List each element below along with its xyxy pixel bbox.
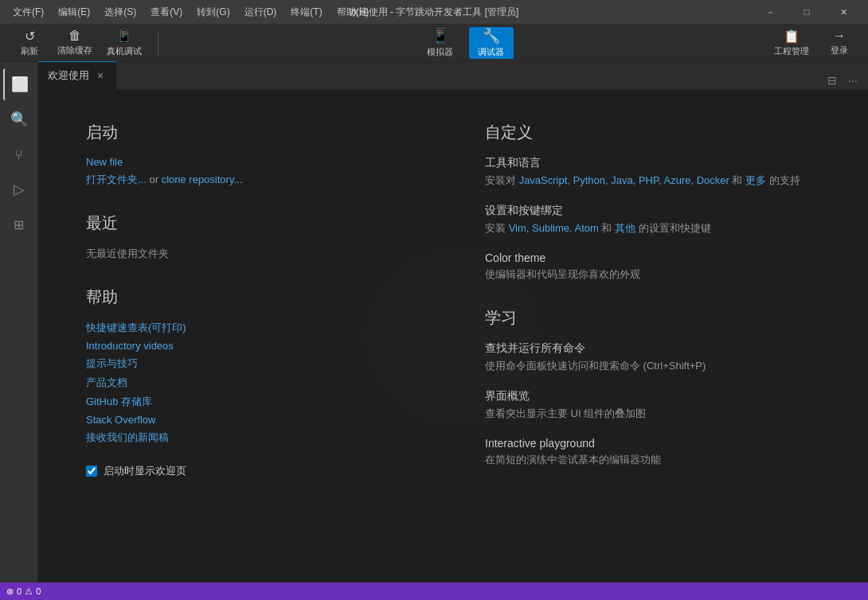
menu-view[interactable]: 查看(V) xyxy=(144,4,189,21)
color-theme-title: Color theme xyxy=(485,251,820,264)
recent-section: 最近 无最近使用文件夹 xyxy=(86,212,421,261)
menu-file[interactable]: 文件(F) xyxy=(6,4,50,21)
menu-goto[interactable]: 转到(G) xyxy=(190,4,236,21)
or-text: or xyxy=(149,173,161,185)
welcome-page: 启动 New file 打开文件夹... or clone repository… xyxy=(38,90,868,582)
warning-icon: ⚠ xyxy=(25,586,33,597)
learn-section: 学习 查找并运行所有命令 使用命令面板快速访问和搜索命令 (Ctrl+Shift… xyxy=(485,307,820,467)
right-column: 自定义 工具和语言 安装对 JavaScript, Python, Java, … xyxy=(485,122,820,483)
debugger-button[interactable]: 🔧 调试器 xyxy=(469,27,514,59)
stackoverflow-link[interactable]: Stack Overflow xyxy=(86,414,155,426)
trash-icon: 🗑 xyxy=(68,29,81,43)
device-debug-label: 真机调试 xyxy=(107,45,142,57)
extensions-icon: ⊞ xyxy=(14,217,24,232)
welcome-grid: 启动 New file 打开文件夹... or clone repository… xyxy=(86,122,820,483)
activity-bar: ⬜ 🔍 ⑂ ▷ ⊞ xyxy=(0,62,38,582)
other-keybindings-link[interactable]: 其他 xyxy=(615,222,635,234)
keybindings-title: 设置和按键绑定 xyxy=(485,204,820,218)
mobile-icon: 📱 xyxy=(116,29,132,44)
refresh-label: 刷新 xyxy=(21,45,38,57)
simulator-label: 模拟器 xyxy=(427,46,453,58)
files-icon: ⬜ xyxy=(11,76,29,93)
open-folder-link[interactable]: 打开文件夹... xyxy=(86,173,147,185)
menu-terminal[interactable]: 终端(T) xyxy=(284,4,328,21)
start-title: 启动 xyxy=(86,122,421,143)
welcome-tab-label: 欢迎使用 xyxy=(48,68,89,83)
interactive-playground-desc: 在简短的演练中尝试基本的编辑器功能 xyxy=(485,453,820,467)
git-icon: ⑂ xyxy=(14,146,23,163)
error-status[interactable]: ⊗ 0 ⚠ 0 xyxy=(6,586,41,597)
tips-link[interactable]: 提示与技巧 xyxy=(86,357,138,369)
keybindings-desc: 安装 Vim, Sublime, Atom 和 其他 的设置和快捷键 xyxy=(485,221,820,236)
help-link-shortcuts: 快捷键速查表(可打印) xyxy=(86,321,421,335)
find-commands-title: 查找并运行所有命令 xyxy=(485,341,820,356)
debugger-label: 调试器 xyxy=(478,46,504,58)
close-button[interactable]: ✕ xyxy=(825,0,862,24)
customize-section: 自定义 工具和语言 安装对 JavaScript, Python, Java, … xyxy=(485,122,820,282)
minimize-button[interactable]: － xyxy=(752,0,788,24)
help-link-github: GitHub 存储库 xyxy=(86,395,421,409)
welcome-tab[interactable]: 欢迎使用 × xyxy=(38,61,117,89)
shortcuts-link[interactable]: 快捷键速查表(可打印) xyxy=(86,321,186,333)
docs-link[interactable]: 产品文档 xyxy=(86,376,127,388)
vim-link[interactable]: Vim, Sublime, Atom xyxy=(509,222,599,234)
toolbar: ↺ 刷新 🗑 清除缓存 📱 真机调试 📱 模拟器 🔧 调试器 📋 工程管理 → … xyxy=(0,24,868,62)
activity-extensions[interactable]: ⊞ xyxy=(3,208,35,240)
no-recent-text: 无最近使用文件夹 xyxy=(86,247,169,259)
status-bar: ⊗ 0 ⚠ 0 xyxy=(0,582,868,600)
split-editor-button[interactable]: ⊟ xyxy=(823,72,841,89)
recent-title: 最近 xyxy=(86,212,421,234)
help-title: 帮助 xyxy=(86,286,421,308)
activity-files[interactable]: ⬜ xyxy=(3,68,35,100)
activity-search[interactable]: 🔍 xyxy=(3,103,35,135)
new-file-link[interactable]: New file xyxy=(86,156,123,168)
newsletter-link[interactable]: 接收我们的新闻稿 xyxy=(86,431,169,443)
error-count: 0 xyxy=(17,586,22,596)
menu-edit[interactable]: 编辑(E) xyxy=(52,4,96,21)
project-mgr-button[interactable]: 📋 工程管理 xyxy=(769,27,814,59)
toolbar-separator-1 xyxy=(158,31,158,55)
clone-repo-link[interactable]: clone repository... xyxy=(162,173,243,185)
login-button[interactable]: → 登录 xyxy=(817,27,862,59)
menu-select[interactable]: 选择(S) xyxy=(98,4,143,21)
device-debug-button[interactable]: 📱 真机调试 xyxy=(100,27,148,59)
open-folder-item: 打开文件夹... or clone repository... xyxy=(86,173,421,187)
clear-cache-label: 清除缓存 xyxy=(57,45,92,56)
show-welcome-checkbox[interactable] xyxy=(86,466,97,477)
debugger-icon: 🔧 xyxy=(483,27,500,45)
left-column: 启动 New file 打开文件夹... or clone repository… xyxy=(86,122,421,483)
window-controls: － □ ✕ xyxy=(752,0,862,24)
tab-bar: 欢迎使用 × ⊟ ··· xyxy=(38,62,868,90)
learn-title: 学习 xyxy=(485,307,820,329)
close-tab-button[interactable]: × xyxy=(94,69,107,82)
more-langs-link[interactable]: 更多 xyxy=(745,174,766,186)
customize-title: 自定义 xyxy=(485,122,820,143)
login-label: 登录 xyxy=(831,45,848,56)
maximize-button[interactable]: □ xyxy=(788,0,825,24)
title-bar: 文件(F) 编辑(E) 选择(S) 查看(V) 转到(G) 运行(D) 终端(T… xyxy=(0,0,868,24)
menu-run[interactable]: 运行(D) xyxy=(238,4,283,21)
help-section: 帮助 快捷键速查表(可打印) Introductory videos 提示与技巧… xyxy=(86,286,421,445)
activity-git[interactable]: ⑂ xyxy=(3,138,35,170)
more-actions-button[interactable]: ··· xyxy=(844,72,862,89)
ui-overview-desc: 查看突出显示主要 UI 组件的叠加图 xyxy=(485,407,820,421)
refresh-button[interactable]: ↺ 刷新 xyxy=(10,27,49,59)
no-recent-item: 无最近使用文件夹 xyxy=(86,247,421,261)
toolbar-left-group: ↺ 刷新 🗑 清除缓存 📱 真机调试 xyxy=(6,27,151,59)
new-file-item: New file xyxy=(86,156,421,168)
interactive-playground-item: Interactive playground 在简短的演练中尝试基本的编辑器功能 xyxy=(485,437,820,467)
show-welcome-checkbox-row: 启动时显示欢迎页 xyxy=(86,464,421,478)
tab-bar-actions: ⊟ ··· xyxy=(817,72,868,89)
warning-count: 0 xyxy=(36,586,41,596)
show-welcome-label: 启动时显示欢迎页 xyxy=(104,464,186,478)
videos-link[interactable]: Introductory videos xyxy=(86,340,174,352)
tools-langs-link[interactable]: JavaScript, Python, Java, PHP, Azure, Do… xyxy=(519,174,729,186)
refresh-icon: ↺ xyxy=(25,29,35,44)
simulator-icon: 📱 xyxy=(432,27,449,45)
simulator-button[interactable]: 📱 模拟器 xyxy=(418,27,463,59)
run-icon: ▷ xyxy=(14,181,25,198)
tools-languages-title: 工具和语言 xyxy=(485,156,820,170)
github-link[interactable]: GitHub 存储库 xyxy=(86,395,152,407)
clear-cache-button[interactable]: 🗑 清除缓存 xyxy=(51,27,99,59)
activity-run[interactable]: ▷ xyxy=(3,173,35,205)
